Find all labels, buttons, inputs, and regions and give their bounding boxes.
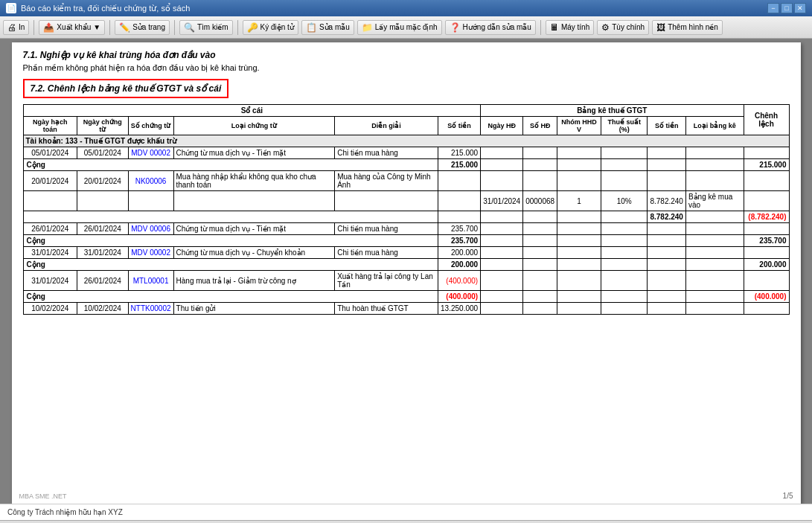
sign-button[interactable]: 🔑 Ký điện tử <box>243 20 298 35</box>
so-tien-header: Số tiền <box>438 117 481 135</box>
sum-row: Cộng 215.000 215.000 <box>23 159 789 171</box>
page-info: 1/5 <box>783 492 793 500</box>
default-sample-button[interactable]: 📁 Lấy mẫu mặc định <box>357 20 442 35</box>
sep-4 <box>237 20 238 35</box>
guide-icon: ❓ <box>450 22 461 33</box>
guide-button[interactable]: ❓ Hướng dẫn sửa mẫu <box>445 20 536 35</box>
so-hd-header: Số HĐ <box>523 117 557 135</box>
bk-row: 31/01/2024 0000068 1 10% 8.782.240 Bảng … <box>23 191 789 211</box>
find-icon: 🔍 <box>184 22 195 33</box>
chenh-lech-header: Chênh lệch <box>744 105 789 135</box>
sum-label: Cộng <box>23 159 438 171</box>
sign-icon: 🔑 <box>247 22 258 33</box>
window-title: Báo cáo kiểm tra, đối chiếu chứng từ, sổ… <box>21 4 190 13</box>
dien-giai-header: Diễn giải <box>335 117 438 135</box>
cell-ngay-hach-toan: 05/01/2024 <box>23 147 77 159</box>
table-row: 20/01/2024 20/01/2024 NK00006 Mua hàng n… <box>23 171 789 191</box>
status-bar: |◀ ◀ Trang 1 của tổng 5 Trang ▶ ▶| ▣ ⊞ −… <box>0 520 812 523</box>
calculator-button[interactable]: 🖩 Máy tính <box>546 20 594 35</box>
cell-dien-giai: Chi tiền mua hàng <box>335 147 438 159</box>
cell-so-chung-tu: MDV 00002 <box>128 147 173 159</box>
sep-2 <box>109 20 110 35</box>
print-button[interactable]: 🖨 In <box>3 20 29 35</box>
section2-title: 7.2. Chênh lệch bảng kê thuế GTGT và sổ … <box>31 83 222 94</box>
sample-icon: 📋 <box>306 22 317 33</box>
sep-5 <box>540 20 541 35</box>
find-button[interactable]: 🔍 Tìm kiếm <box>179 20 233 35</box>
cell-nhom-hhdv <box>557 147 601 159</box>
toolbar: 🖨 In 📤 Xuất khẩu ▼ ✏️ Sửa trang 🔍 Tìm ki… <box>0 16 812 39</box>
title-bar-left: 📄 Báo cáo kiểm tra, đối chiếu chứng từ, … <box>6 3 190 13</box>
cell-so-hd <box>523 147 557 159</box>
report-table: Sổ cái Bảng kê thuế GTGT Chênh lệch Ngày… <box>23 104 790 315</box>
cell-so-tien: 215.000 <box>438 147 481 159</box>
bang-ke-header: Bảng kê thuế GTGT <box>481 105 744 117</box>
section2-box: 7.2. Chênh lệch bảng kê thuế GTGT và sổ … <box>23 79 229 98</box>
dropdown-arrow[interactable]: ▼ <box>93 23 100 31</box>
ngay-hach-toan-header: Ngày hạch toán <box>23 117 77 135</box>
cell-loai-chung-tu: Chứng từ mua dịch vụ - Tiền mặt <box>173 147 335 159</box>
customize-icon: ⚙ <box>601 22 610 33</box>
company-footer: Công ty Trách nhiệm hữu hạn XYZ <box>0 504 812 520</box>
sum-so-tien: 215.000 <box>438 159 481 171</box>
sum-row: Cộng 235.700 235.700 <box>23 235 789 247</box>
calculator-icon: 🖩 <box>550 22 559 33</box>
minimize-button[interactable]: − <box>767 3 779 13</box>
export-button[interactable]: 📤 Xuất khẩu ▼ <box>39 20 105 35</box>
sample-button[interactable]: 📋 Sửa mẫu <box>301 20 354 35</box>
sep-1 <box>33 20 34 35</box>
customize-button[interactable]: ⚙ Tùy chính <box>597 20 649 35</box>
table-row: 26/01/2024 26/01/2024 MDV 00006 Chứng từ… <box>23 223 789 235</box>
account-header-row: Tài khoản: 133 - Thuế GTGT được khấu trừ <box>23 135 789 147</box>
cell-chenh-lech <box>744 147 789 159</box>
loai-bang-ke-header: Loại bảng kê <box>685 117 744 135</box>
app-icon: 📄 <box>6 3 16 13</box>
nhom-hhdv-header: Nhóm HHD V <box>557 117 601 135</box>
ngay-chung-tu-header: Ngày chứng từ <box>77 117 128 135</box>
export-icon: 📤 <box>43 22 54 33</box>
sum-row: Cộng (400.000) (400.000) <box>23 291 789 303</box>
title-bar: 📄 Báo cáo kiểm tra, đối chiếu chứng từ, … <box>0 0 812 16</box>
table-row: 05/01/2024 05/01/2024 MDV 00002 Chứng từ… <box>23 147 789 159</box>
maximize-button[interactable]: □ <box>781 3 793 13</box>
add-bg-button[interactable]: 🖼 Thêm hình nền <box>652 20 723 35</box>
cell-thue-suat <box>601 147 648 159</box>
cell-so-tien-bk <box>648 147 686 159</box>
document: 7.1. Nghiệp vụ kê khai trùng hóa đơn đầu… <box>12 42 801 504</box>
so-tien-bk-header: Số tiền <box>648 117 686 135</box>
sum-chenh-lech: 215.000 <box>744 159 789 171</box>
edit-icon: ✏️ <box>119 22 130 33</box>
section1-subtitle: Phần mềm không phát hiện ra hóa đơn đầu … <box>23 63 790 73</box>
default-sample-icon: 📁 <box>362 22 373 33</box>
ngay-hd-header: Ngày HĐ <box>481 117 523 135</box>
account-header: Tài khoản: 133 - Thuế GTGT được khấu trừ <box>23 135 789 147</box>
so-cai-header: Sổ cái <box>23 105 481 117</box>
table-row: 10/02/2024 10/02/2024 NTTK00002 Thu tiền… <box>23 303 789 315</box>
title-bar-controls[interactable]: − □ ✕ <box>767 3 806 13</box>
sep-3 <box>174 20 175 35</box>
loai-chung-tu-header: Loại chứng từ <box>173 117 335 135</box>
watermark: MBA SME .NET <box>19 492 67 500</box>
close-button[interactable]: ✕ <box>794 3 806 13</box>
sum-row: Cộng 200.000 200.000 <box>23 259 789 271</box>
sum-row: 8.782.240 (8.782.240) <box>23 211 789 223</box>
cell-loai-bang-ke <box>685 147 744 159</box>
main-area: 7.1. Nghiệp vụ kê khai trùng hóa đơn đầu… <box>0 39 812 504</box>
edit-button[interactable]: ✏️ Sửa trang <box>115 20 170 35</box>
print-icon: 🖨 <box>7 22 16 33</box>
so-chung-tu-header: Số chứng từ <box>128 117 173 135</box>
cell-ngay-hd <box>481 147 523 159</box>
add-bg-icon: 🖼 <box>656 22 665 33</box>
table-row: 31/01/2024 31/01/2024 MDV 00002 Chứng từ… <box>23 247 789 259</box>
section1-title: 7.1. Nghiệp vụ kê khai trùng hóa đơn đầu… <box>23 50 790 60</box>
thue-suat-header: Thuế suất (%) <box>601 117 648 135</box>
table-row: 31/01/2024 26/01/2024 MTL00001 Hàng mua … <box>23 271 789 291</box>
cell-ngay-chung-tu: 05/01/2024 <box>77 147 128 159</box>
company-name: Công ty Trách nhiệm hữu hạn XYZ <box>7 508 123 516</box>
